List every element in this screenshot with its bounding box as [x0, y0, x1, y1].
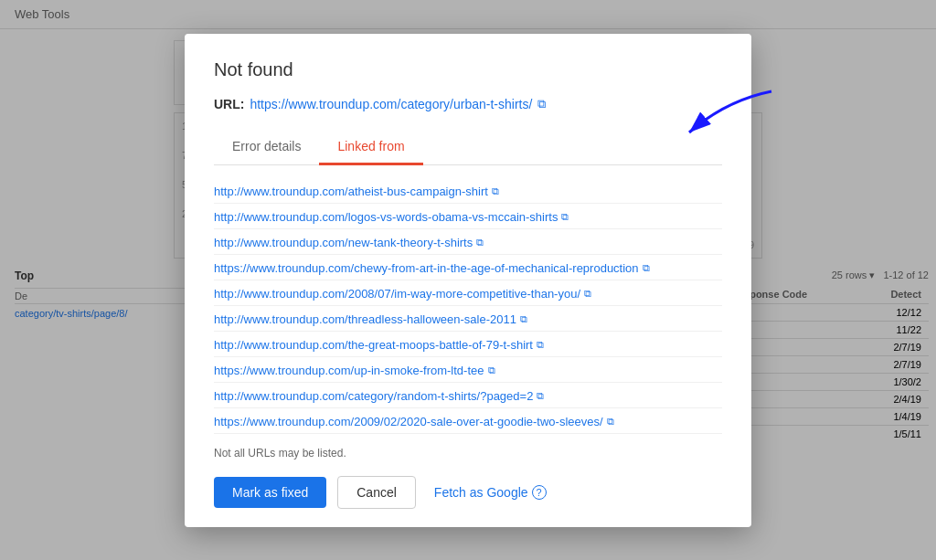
url-item-6: http://www.troundup.com/the-great-moops-… — [214, 333, 722, 357]
dialog-url-row: URL: https://www.troundup.com/category/u… — [214, 97, 722, 111]
ext-icon-8: ⧉ — [537, 390, 544, 402]
dialog-title: Not found — [214, 59, 722, 80]
ext-icon-9: ⧉ — [607, 416, 614, 428]
ext-icon-2: ⧉ — [476, 237, 484, 248]
url-item-0: http://www.troundup.com/atheist-bus-camp… — [214, 180, 722, 204]
not-all-listed-text: Not all URLs may be listed. — [214, 447, 722, 460]
ext-icon-5: ⧉ — [520, 313, 527, 325]
url-list: http://www.troundup.com/atheist-bus-camp… — [214, 180, 722, 434]
url-item-2: http://www.troundup.com/new-tank-theory-… — [214, 231, 722, 255]
ext-icon-1: ⧉ — [561, 211, 569, 223]
external-link-icon: ⧉ — [537, 97, 546, 111]
ext-icon-3: ⧉ — [643, 262, 650, 274]
ext-icon-7: ⧉ — [488, 365, 495, 376]
url-item-1: http://www.troundup.com/logos-vs-words-o… — [214, 206, 722, 229]
fetch-as-google-link[interactable]: Fetch as Google ? — [434, 485, 547, 500]
dialog: Not found URL: https://www.troundup.com/… — [185, 34, 751, 527]
url-link-0[interactable]: http://www.troundup.com/atheist-bus-camp… — [214, 185, 488, 198]
url-link-1[interactable]: http://www.troundup.com/logos-vs-words-o… — [214, 210, 558, 224]
arrow-annotation — [616, 82, 781, 155]
url-link-3[interactable]: https://www.troundup.com/chewy-from-art-… — [214, 261, 639, 275]
url-link-7[interactable]: https://www.troundup.com/up-in-smoke-fro… — [214, 364, 484, 377]
url-item-4: http://www.troundup.com/2008/07/im-way-m… — [214, 282, 722, 306]
dialog-tabs: Error details Linked from — [214, 130, 722, 165]
mark-as-fixed-button[interactable]: Mark as fixed — [214, 477, 326, 508]
url-item-8: http://www.troundup.com/category/random-… — [214, 385, 722, 408]
url-item-7: https://www.troundup.com/up-in-smoke-fro… — [214, 359, 722, 383]
fetch-help-icon: ? — [532, 485, 547, 500]
dialog-url-link[interactable]: https://www.troundup.com/category/urban-… — [250, 97, 532, 111]
url-link-8[interactable]: http://www.troundup.com/category/random-… — [214, 389, 533, 403]
url-link-6[interactable]: http://www.troundup.com/the-great-moops-… — [214, 338, 533, 352]
dialog-url-label: URL: — [214, 97, 244, 111]
url-link-2[interactable]: http://www.troundup.com/new-tank-theory-… — [214, 236, 473, 249]
cancel-button[interactable]: Cancel — [337, 476, 416, 509]
url-link-5[interactable]: http://www.troundup.com/threadless-hallo… — [214, 312, 516, 326]
ext-icon-4: ⧉ — [584, 288, 591, 300]
url-item-3: https://www.troundup.com/chewy-from-art-… — [214, 257, 722, 280]
ext-icon-0: ⧉ — [492, 185, 499, 197]
modal-overlay: Not found URL: https://www.troundup.com/… — [0, 0, 936, 560]
url-item-5: http://www.troundup.com/threadless-hallo… — [214, 308, 722, 332]
url-link-4[interactable]: http://www.troundup.com/2008/07/im-way-m… — [214, 287, 580, 301]
tab-linked-from[interactable]: Linked from — [319, 130, 422, 165]
url-link-9[interactable]: https://www.troundup.com/2009/02/2020-sa… — [214, 415, 603, 428]
url-item-9: https://www.troundup.com/2009/02/2020-sa… — [214, 410, 722, 434]
ext-icon-6: ⧉ — [537, 339, 544, 351]
tab-error-details[interactable]: Error details — [214, 130, 319, 165]
dialog-actions: Mark as fixed Cancel Fetch as Google ? — [214, 476, 722, 509]
